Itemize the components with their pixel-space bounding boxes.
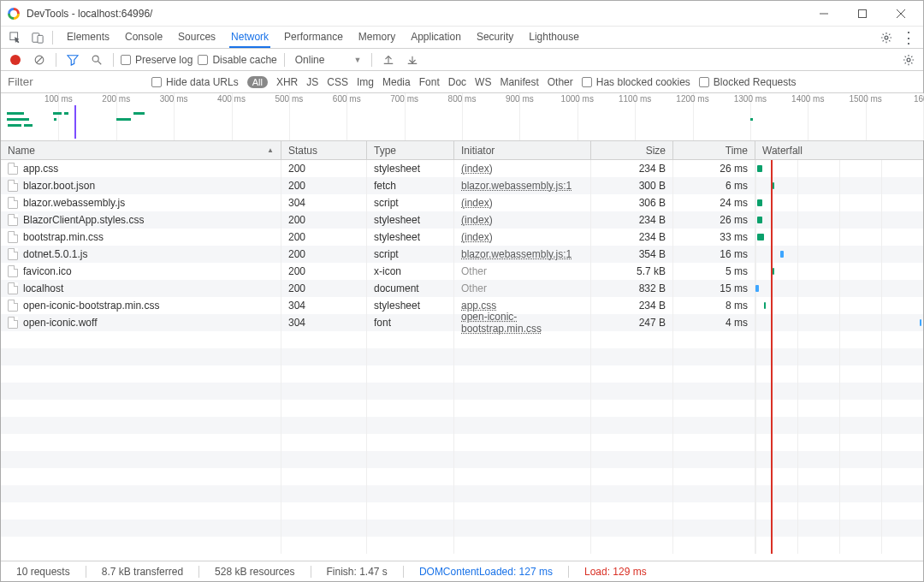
- filter-type-css[interactable]: CSS: [327, 76, 348, 88]
- minimize-button[interactable]: [804, 2, 843, 26]
- throttling-value: Online: [295, 54, 325, 66]
- request-status: 200: [281, 211, 367, 229]
- request-time: 15 ms: [673, 280, 755, 297]
- blocked-cookies-checkbox[interactable]: Has blocked cookies: [582, 76, 690, 88]
- more-menu-icon[interactable]: ⋮: [899, 28, 918, 47]
- blocked-cookies-label: Has blocked cookies: [596, 76, 690, 88]
- filter-type-ws[interactable]: WS: [475, 76, 491, 88]
- network-toolbar: Preserve log Disable cache Online▼: [1, 49, 923, 71]
- request-row[interactable]: open-iconic.woff304fontopen-iconic-boots…: [1, 314, 923, 331]
- tab-sources[interactable]: Sources: [176, 27, 217, 48]
- tab-memory[interactable]: Memory: [357, 27, 397, 48]
- col-status[interactable]: Status: [281, 141, 367, 159]
- filter-type-manifest[interactable]: Manifest: [500, 76, 538, 88]
- window-titlebar: DevTools - localhost:64996/: [1, 1, 923, 27]
- download-har-icon[interactable]: [403, 50, 422, 69]
- timeline-tick-label: 300 ms: [160, 94, 188, 104]
- tab-performance[interactable]: Performance: [282, 27, 345, 48]
- request-row[interactable]: blazor.webassembly.js304script(index)306…: [1, 194, 923, 211]
- filter-input[interactable]: [6, 74, 143, 89]
- tab-security[interactable]: Security: [475, 27, 515, 48]
- svg-rect-3: [38, 35, 43, 43]
- devtools-window: DevTools - localhost:64996/ ElementsCons…: [0, 0, 924, 582]
- col-size[interactable]: Size: [591, 141, 673, 159]
- filter-type-xhr[interactable]: XHR: [276, 76, 298, 88]
- request-row[interactable]: dotnet.5.0.1.js200scriptblazor.webassemb…: [1, 246, 923, 263]
- request-type: x-icon: [367, 263, 454, 280]
- tab-console[interactable]: Console: [123, 27, 164, 48]
- blocked-requests-checkbox[interactable]: Blocked Requests: [699, 76, 797, 88]
- timeline-tick-label: 1600: [914, 94, 924, 104]
- search-icon[interactable]: [87, 50, 106, 69]
- timeline-tick-label: 400 ms: [217, 94, 246, 104]
- request-size: 234 B: [591, 297, 673, 314]
- empty-row: [1, 348, 923, 365]
- inspect-element-icon[interactable]: [6, 28, 25, 47]
- request-time: 33 ms: [673, 229, 755, 246]
- preserve-log-checkbox[interactable]: Preserve log: [121, 54, 192, 66]
- request-initiator[interactable]: (index): [461, 197, 493, 209]
- timeline-overview[interactable]: 100 ms200 ms300 ms400 ms500 ms600 ms700 …: [1, 93, 923, 141]
- blocked-requests-label: Blocked Requests: [714, 76, 797, 88]
- request-row[interactable]: favicon.ico200x-iconOther5.7 kB5 ms: [1, 263, 923, 280]
- tab-lighthouse[interactable]: Lighthouse: [527, 27, 581, 48]
- settings-gear-icon[interactable]: [877, 28, 896, 47]
- network-settings-gear-icon[interactable]: [899, 50, 918, 69]
- request-initiator[interactable]: blazor.webassembly.js:1: [461, 180, 572, 192]
- filter-toggle-icon[interactable]: [63, 50, 82, 69]
- request-row[interactable]: blazor.boot.json200fetchblazor.webassemb…: [1, 177, 923, 194]
- filter-type-font[interactable]: Font: [419, 76, 440, 88]
- hide-data-urls-checkbox[interactable]: Hide data URLs: [151, 76, 239, 88]
- file-icon: [8, 248, 18, 260]
- request-status: 304: [281, 297, 367, 314]
- maximize-button[interactable]: [843, 2, 881, 26]
- filter-all-pill[interactable]: All: [247, 76, 268, 88]
- empty-row: [1, 468, 923, 485]
- device-toggle-icon[interactable]: [28, 28, 47, 47]
- waterfall-cell: [755, 177, 923, 194]
- request-status: 200: [281, 160, 367, 177]
- timeline-tick-label: 200 ms: [102, 94, 130, 104]
- disable-cache-label: Disable cache: [212, 54, 276, 66]
- record-button[interactable]: [6, 50, 25, 69]
- col-initiator[interactable]: Initiator: [454, 141, 591, 159]
- svg-point-7: [907, 58, 910, 62]
- request-initiator[interactable]: (index): [461, 231, 493, 243]
- clear-button[interactable]: [30, 50, 49, 69]
- request-name: dotnet.5.0.1.js: [23, 248, 87, 260]
- request-initiator[interactable]: (index): [461, 214, 493, 226]
- empty-row: [1, 365, 923, 383]
- request-row[interactable]: localhost200documentOther832 B15 ms: [1, 280, 923, 297]
- tab-application[interactable]: Application: [409, 27, 463, 48]
- upload-har-icon[interactable]: [379, 50, 398, 69]
- timeline-tick-label: 600 ms: [333, 94, 361, 104]
- request-type: stylesheet: [367, 229, 454, 246]
- window-title: DevTools - localhost:64996/: [27, 8, 152, 20]
- request-time: 26 ms: [673, 160, 755, 177]
- request-initiator[interactable]: (index): [461, 163, 493, 175]
- filter-type-other[interactable]: Other: [548, 76, 573, 88]
- disable-cache-checkbox[interactable]: Disable cache: [198, 54, 276, 66]
- waterfall-cell: [755, 263, 923, 280]
- filter-type-js[interactable]: JS: [306, 76, 318, 88]
- tab-elements[interactable]: Elements: [65, 27, 111, 48]
- filter-type-media[interactable]: Media: [382, 76, 411, 88]
- filter-bar: Hide data URLs All XHRJSCSSImgMediaFontD…: [1, 71, 923, 93]
- filter-type-doc[interactable]: Doc: [448, 76, 466, 88]
- request-initiator[interactable]: app.css: [461, 300, 496, 312]
- request-row[interactable]: bootstrap.min.css200stylesheet(index)234…: [1, 229, 923, 246]
- tab-network[interactable]: Network: [229, 27, 270, 48]
- request-initiator[interactable]: blazor.webassembly.js:1: [461, 248, 572, 260]
- request-size: 234 B: [591, 160, 673, 177]
- col-type[interactable]: Type: [367, 141, 454, 159]
- filter-type-img[interactable]: Img: [357, 76, 374, 88]
- request-row[interactable]: app.css200stylesheet(index)234 B26 ms: [1, 160, 923, 177]
- separator: [371, 53, 372, 67]
- col-time[interactable]: Time: [673, 141, 755, 159]
- close-button[interactable]: [881, 2, 920, 26]
- col-name[interactable]: Name▲: [1, 141, 281, 159]
- col-waterfall[interactable]: Waterfall: [755, 141, 923, 159]
- request-row[interactable]: BlazorClientApp.styles.css200stylesheet(…: [1, 211, 923, 229]
- throttling-select[interactable]: Online▼: [292, 52, 365, 68]
- request-size: 354 B: [591, 246, 673, 263]
